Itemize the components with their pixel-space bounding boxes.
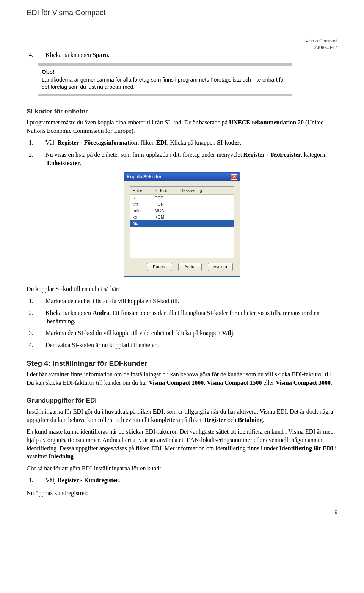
col-beskrivning[interactable]: Beskrivning [178, 187, 234, 195]
section-si-heading: SI-koder för enheter [27, 107, 337, 116]
table-row[interactable]: . [130, 233, 234, 239]
header-title: EDI för Visma Compact [27, 8, 106, 17]
note-text: Landkoderna är gemensamma för alla föret… [42, 76, 288, 91]
list-item: 4.Den valda SI-koden är nu kopplad till … [38, 341, 337, 349]
note-title: Obs! [42, 68, 288, 76]
avsluta-button[interactable]: Avsluta [208, 263, 233, 271]
dialog-titlebar[interactable]: Koppla SI-koder ✕ [124, 173, 240, 181]
note-box: Obs! Landkoderna är gemensamma för alla … [38, 63, 292, 96]
paragraph: Du kopplar SI-kod till en enhet så här: [27, 285, 337, 293]
table-row[interactable]: . [130, 252, 234, 259]
table-row[interactable]: månMON [130, 208, 234, 214]
list-grund-steps: 1.Välj Register - Kundregister. [27, 476, 337, 484]
meta-date: 2008-03-17 [306, 44, 337, 51]
dialog-koppla-si-koder: Koppla SI-koder ✕ Enhet SI-Kod Beskrivni… [124, 172, 240, 277]
table-row[interactable]: stPCE [130, 194, 234, 201]
list-item: 3.Markera den SI-kod du vill koppla till… [38, 329, 337, 337]
paragraph: Gör så här för att göra EDI-inställninga… [27, 464, 337, 473]
list-item: 2.Nu visas en lista på de enheter som fi… [38, 151, 337, 167]
table-row[interactable]: . [130, 239, 234, 246]
list-item: 1.Välj Register - Företagsinformation, f… [38, 138, 337, 147]
paragraph: I det här avsnittet finns information om… [27, 370, 337, 387]
table-row[interactable]: timHUR [130, 201, 234, 208]
section-step4-heading: Steg 4: Inställningar för EDI-kunder [27, 359, 337, 368]
table-row[interactable]: . [130, 227, 234, 233]
radera-button[interactable]: Radera [147, 263, 172, 271]
list-step-continue: 4.Klicka på knappen Spara. [27, 51, 337, 59]
dialog-button-row: Radera Ändra Avsluta [130, 258, 234, 272]
paragraph: Nu öppnas kundregistret: [27, 489, 337, 497]
paragraph: Inställningarna för EDI gör du i huvudsa… [27, 407, 337, 424]
grid[interactable]: Enhet SI-Kod Beskrivning stPCE timHUR må… [130, 186, 234, 258]
table-row[interactable]: . [130, 246, 234, 252]
dialog-title-text: Koppla SI-koder [127, 174, 162, 180]
table-row-selected[interactable]: m2 [130, 220, 234, 227]
table-row[interactable]: kgKGM [130, 214, 234, 220]
page-header: EDI för Visma Compact [27, 8, 337, 21]
list-item: 4.Klicka på knappen Spara. [38, 51, 337, 59]
col-si-kod[interactable]: SI-Kod [152, 187, 178, 195]
section-grund-heading: Grunduppgifter för EDI [27, 396, 337, 405]
paragraph: En kund måste kunna identifieras när du … [27, 428, 337, 460]
list-item: 1.Välj Register - Kundregister. [38, 476, 337, 484]
header-meta: Visma Compact 2008-03-17 [306, 38, 337, 51]
close-icon[interactable]: ✕ [231, 174, 237, 180]
paragraph: I programmet måste du även koppla dina e… [27, 118, 337, 135]
list-item: 2.Klicka på knappen Ändra. Ett fönster ö… [38, 309, 337, 325]
list-koppla-steps: 1.Markera den enhet i listan du vill kop… [27, 297, 337, 349]
dialog-body: Enhet SI-Kod Beskrivning stPCE timHUR må… [124, 181, 240, 276]
list-item: 1.Markera den enhet i listan du vill kop… [38, 297, 337, 305]
page-number: 9 [27, 509, 337, 516]
andra-button[interactable]: Ändra [178, 263, 202, 271]
list-si-steps: 1.Välj Register - Företagsinformation, f… [27, 138, 337, 167]
col-enhet[interactable]: Enhet [130, 187, 152, 195]
meta-product: Visma Compact [306, 38, 337, 44]
